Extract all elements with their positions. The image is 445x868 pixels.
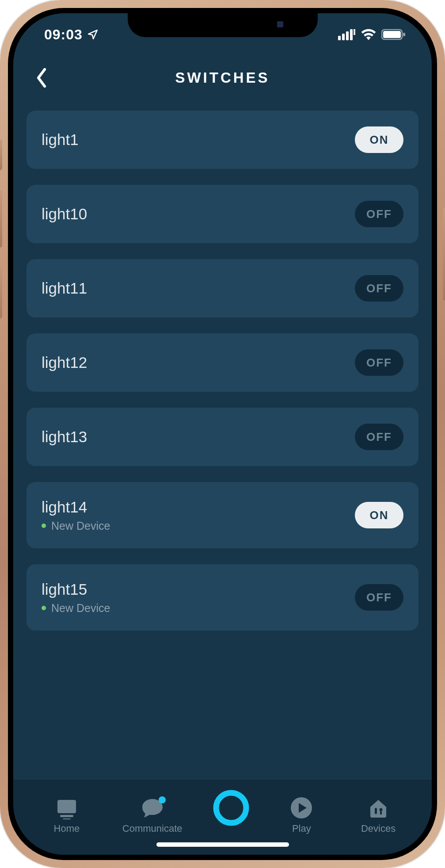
mute-switch bbox=[0, 139, 2, 170]
tab-home[interactable]: Home bbox=[38, 797, 95, 834]
nav-header: SWITCHES bbox=[13, 56, 432, 100]
wifi-icon bbox=[361, 29, 376, 40]
svg-rect-11 bbox=[60, 815, 73, 817]
toggle-button[interactable]: OFF bbox=[355, 584, 403, 611]
toggle-state: OFF bbox=[366, 356, 392, 370]
status-left: 09:03 bbox=[44, 27, 99, 43]
switch-row[interactable]: light12 OFF bbox=[27, 333, 418, 392]
toggle-button[interactable]: OFF bbox=[355, 201, 403, 227]
svg-rect-1 bbox=[342, 34, 345, 40]
svg-rect-3 bbox=[350, 29, 353, 40]
toggle-state: OFF bbox=[366, 430, 392, 444]
toggle-button[interactable]: OFF bbox=[355, 275, 403, 302]
devices-icon bbox=[367, 796, 390, 819]
switch-name: light12 bbox=[42, 354, 87, 371]
svg-point-17 bbox=[380, 808, 383, 811]
tab-label: Play bbox=[292, 823, 311, 834]
status-dot-icon bbox=[42, 606, 46, 610]
switch-info: light10 bbox=[42, 205, 87, 223]
toggle-button[interactable]: OFF bbox=[355, 424, 403, 450]
tab-label: Home bbox=[54, 823, 80, 834]
switch-row[interactable]: light15 New Device OFF bbox=[27, 564, 418, 631]
switch-subtitle: New Device bbox=[42, 602, 110, 615]
notification-dot-icon bbox=[159, 796, 166, 803]
tab-devices[interactable]: Devices bbox=[350, 796, 407, 834]
toggle-state: OFF bbox=[366, 591, 392, 604]
svg-point-5 bbox=[354, 33, 356, 35]
switch-row[interactable]: light14 New Device ON bbox=[27, 482, 418, 548]
status-dot-icon bbox=[42, 524, 46, 528]
switch-name: light14 bbox=[42, 498, 110, 516]
svg-point-13 bbox=[216, 793, 246, 823]
switch-info: light15 New Device bbox=[42, 581, 110, 615]
switch-info: light1 bbox=[42, 131, 79, 149]
location-icon bbox=[87, 29, 99, 40]
toggle-button[interactable]: OFF bbox=[355, 349, 403, 376]
tab-label: Devices bbox=[361, 823, 396, 834]
toggle-state: ON bbox=[370, 509, 389, 522]
svg-rect-9 bbox=[403, 33, 405, 36]
switch-name: light11 bbox=[42, 279, 87, 297]
phone-notch bbox=[128, 8, 318, 37]
switch-info: light12 bbox=[42, 354, 87, 371]
svg-rect-0 bbox=[338, 36, 341, 40]
home-icon bbox=[55, 797, 79, 819]
play-icon bbox=[290, 796, 313, 819]
svg-rect-2 bbox=[346, 31, 349, 40]
cellular-icon bbox=[338, 29, 356, 40]
volume-down-button bbox=[0, 261, 2, 318]
switch-name: light13 bbox=[42, 428, 87, 446]
switch-row[interactable]: light1 ON bbox=[27, 111, 418, 169]
switch-sub-text: New Device bbox=[51, 602, 110, 615]
switch-info: light14 New Device bbox=[42, 498, 110, 532]
switch-name: light15 bbox=[42, 581, 110, 598]
page-title: SWITCHES bbox=[175, 69, 270, 86]
toggle-button[interactable]: ON bbox=[355, 502, 403, 528]
tabbar: Home Communicate bbox=[13, 780, 432, 855]
switch-row[interactable]: light13 OFF bbox=[27, 408, 418, 466]
tab-alexa[interactable] bbox=[209, 789, 253, 834]
switch-row[interactable]: light11 OFF bbox=[27, 259, 418, 317]
chat-icon bbox=[140, 797, 165, 819]
phone-bezel: 09:03 bbox=[8, 8, 437, 860]
chevron-left-icon bbox=[34, 67, 49, 88]
tab-communicate[interactable]: Communicate bbox=[115, 797, 190, 834]
status-right bbox=[338, 29, 406, 40]
tab-label: Communicate bbox=[122, 823, 183, 834]
power-button bbox=[443, 208, 445, 301]
switch-info: light11 bbox=[42, 279, 87, 297]
svg-rect-12 bbox=[63, 818, 71, 819]
svg-rect-10 bbox=[57, 800, 76, 813]
home-indicator[interactable] bbox=[156, 842, 289, 847]
switch-info: light13 bbox=[42, 428, 87, 446]
switch-sub-text: New Device bbox=[51, 520, 110, 532]
battery-icon bbox=[381, 29, 406, 40]
switch-row[interactable]: light10 OFF bbox=[27, 185, 418, 243]
switch-list[interactable]: light1 ON light10 OFF light11 OFF bbox=[13, 100, 432, 780]
phone-frame: 09:03 bbox=[0, 0, 445, 868]
switch-name: light1 bbox=[42, 131, 79, 149]
volume-up-button bbox=[0, 190, 2, 248]
tab-play[interactable]: Play bbox=[273, 796, 330, 834]
toggle-button[interactable]: ON bbox=[355, 126, 403, 153]
switch-subtitle: New Device bbox=[42, 520, 110, 532]
switch-name: light10 bbox=[42, 205, 87, 223]
alexa-ring-icon bbox=[213, 789, 250, 826]
svg-rect-18 bbox=[380, 811, 382, 814]
clock: 09:03 bbox=[44, 27, 83, 43]
screen: 09:03 bbox=[13, 13, 432, 855]
svg-rect-16 bbox=[375, 808, 377, 814]
svg-point-6 bbox=[354, 31, 356, 33]
toggle-state: OFF bbox=[366, 282, 392, 295]
toggle-state: ON bbox=[370, 133, 389, 147]
svg-point-4 bbox=[354, 29, 356, 31]
back-button[interactable] bbox=[31, 67, 52, 88]
svg-rect-8 bbox=[383, 31, 401, 38]
toggle-state: OFF bbox=[366, 207, 392, 221]
